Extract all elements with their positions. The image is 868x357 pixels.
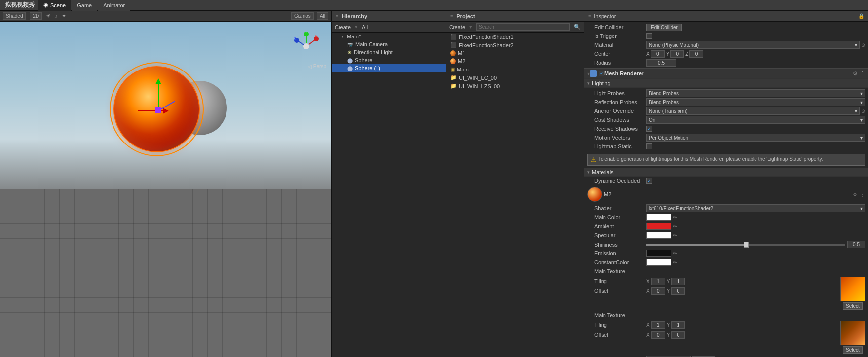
- ambient-edit-icon[interactable]: ✏: [673, 224, 677, 229]
- cs-dropdown-arrow: ▾: [860, 117, 863, 123]
- light-icon[interactable]: ☀: [46, 13, 51, 19]
- mesh-renderer-settings-icon[interactable]: ⚙: [853, 71, 858, 77]
- main-color-edit-icon[interactable]: ✏: [673, 215, 677, 220]
- material-dropdown[interactable]: None (Physic Material) ▾: [646, 41, 860, 49]
- offset-x1-input[interactable]: [651, 287, 665, 295]
- center-x-input[interactable]: [651, 50, 665, 58]
- hierarchy-panel: ≡ Hierarchy Create ▾ All ▾ Main* 📷 Main …: [332, 11, 446, 357]
- project-item-uiwin1[interactable]: 📁 UI_WIN_LC_00: [446, 73, 584, 82]
- cast-shadows-row: Cast Shadows On ▾: [587, 115, 865, 124]
- constant-color-row: ConstantColor ✏: [584, 258, 868, 267]
- project-item-shader2[interactable]: ⬛ FixedFunctionShader2: [446, 41, 584, 49]
- tab-scene[interactable]: ◉ Scene: [38, 0, 71, 11]
- specular-edit-icon[interactable]: ✏: [673, 233, 677, 238]
- anchor-override-row: Anchor Override None (Transform) ▾ ⊙: [587, 107, 865, 115]
- project-item-main[interactable]: ▣ Main: [446, 65, 584, 73]
- emission-swatch[interactable]: [646, 250, 671, 257]
- texture-select-btn-1[interactable]: Select: [843, 302, 863, 310]
- hierarchy-all-btn[interactable]: All: [362, 24, 368, 30]
- offset-y2-input[interactable]: [671, 331, 685, 339]
- hierarchy-item-dirlight[interactable]: ☀ Directional Light: [332, 48, 446, 56]
- shader2-icon: ⬛: [450, 42, 457, 48]
- dynamic-occluded-checkbox[interactable]: [646, 178, 652, 184]
- specular-swatch[interactable]: [646, 232, 671, 239]
- tiling-x1-input[interactable]: [651, 278, 665, 285]
- material-thumbnail: [587, 187, 602, 202]
- shader-dropdown[interactable]: lxt610/FixedFunctionShader2 ▾: [646, 204, 865, 212]
- tiling-y2-input[interactable]: [671, 321, 685, 329]
- offset-x2-input[interactable]: [651, 331, 665, 339]
- project-item-m2[interactable]: M2: [446, 57, 584, 65]
- project-item-m1[interactable]: M1: [446, 49, 584, 57]
- hierarchy-item-sphere1[interactable]: ⬤ Sphere (1): [332, 64, 446, 72]
- edit-collider-button[interactable]: Edit Collider: [646, 24, 682, 31]
- mesh-renderer-menu-icon[interactable]: ⋮: [860, 71, 865, 77]
- project-list: ⬛ FixedFunctionShader1 ⬛ FixedFunctionSh…: [446, 33, 584, 90]
- receive-shadows-checkbox[interactable]: [646, 126, 652, 132]
- main-color-swatch[interactable]: [646, 214, 671, 221]
- project-create-btn[interactable]: Create: [449, 24, 465, 30]
- lock-icon[interactable]: 🔒: [858, 13, 864, 19]
- tiling-x2-input[interactable]: [651, 321, 665, 329]
- project-header: ≡ Project: [446, 11, 584, 22]
- light-probes-dropdown[interactable]: Blend Probes ▾: [646, 89, 865, 97]
- lightmap-static-label: Lightmap Static: [587, 143, 646, 149]
- material-menu-icon[interactable]: ⋮: [860, 192, 865, 197]
- shininess-slider-track[interactable]: [646, 244, 845, 246]
- reflection-probes-dropdown[interactable]: Blend Probes ▾: [646, 98, 865, 106]
- render-queue-row: Render Queue From Shader ▾: [584, 355, 868, 357]
- center-y-input[interactable]: [670, 50, 684, 58]
- hierarchy-item-main[interactable]: ▾ Main*: [332, 33, 446, 40]
- shaded-dropdown[interactable]: Shaded: [3, 12, 26, 20]
- material-target-icon[interactable]: ⊙: [861, 42, 865, 48]
- project-item-uiwin2[interactable]: 📁 UI_WIN_LZS_00: [446, 82, 584, 90]
- lighting-section-header[interactable]: ▾ Lighting: [584, 79, 868, 88]
- audio-icon[interactable]: ♪: [55, 13, 58, 19]
- material-settings-icon[interactable]: ⚙: [853, 192, 857, 197]
- texture-thumb-block-2: Select: [840, 321, 865, 354]
- anchor-target-icon[interactable]: ⊙: [861, 108, 865, 114]
- texture-select-btn-2[interactable]: Select: [843, 346, 863, 354]
- tab-animator[interactable]: Animator: [98, 0, 130, 11]
- shininess-slider-thumb[interactable]: [744, 242, 749, 248]
- shader1-icon: ⬛: [450, 34, 457, 40]
- radius-input[interactable]: [646, 59, 676, 67]
- tab-game[interactable]: Game: [72, 0, 97, 11]
- scene-view[interactable]: X Y Z ◁ Persp: [0, 22, 331, 357]
- is-trigger-checkbox[interactable]: [646, 33, 652, 39]
- tiling-y1-input[interactable]: [671, 278, 685, 285]
- orientation-gizmo[interactable]: X Y Z: [292, 32, 321, 61]
- receive-shadows-row: Receive Shadows: [587, 124, 865, 133]
- texture-thumbnail-2[interactable]: [840, 321, 865, 345]
- constant-color-edit-icon[interactable]: ✏: [673, 260, 677, 265]
- hierarchy-create-btn[interactable]: Create: [335, 24, 351, 30]
- lightmap-static-checkbox[interactable]: [646, 143, 652, 149]
- offset-y1-input[interactable]: [671, 287, 685, 295]
- project-item-shader1[interactable]: ⬛ FixedFunctionShader1: [446, 33, 584, 41]
- mesh-renderer-enabled-checkbox[interactable]: [599, 71, 604, 76]
- all-dropdown[interactable]: All: [317, 12, 328, 20]
- project-search[interactable]: [476, 23, 570, 31]
- materials-section-header[interactable]: ▾ Materials: [584, 168, 868, 177]
- anchor-override-dropdown[interactable]: None (Transform) ▾: [646, 107, 860, 115]
- texture-thumbnail-1[interactable]: [840, 277, 865, 301]
- edit-collider-row: Edit Collider Edit Collider: [587, 23, 865, 32]
- gizmos-dropdown[interactable]: Gizmos: [291, 12, 314, 20]
- hierarchy-list: ▾ Main* 📷 Main Camera ☀ Directional Ligh…: [332, 33, 446, 72]
- cast-shadows-dropdown[interactable]: On ▾: [646, 116, 865, 124]
- constant-color-swatch[interactable]: [646, 259, 671, 266]
- 2d-button[interactable]: 2D: [30, 12, 42, 20]
- motion-vectors-dropdown[interactable]: Per Object Motion ▾: [646, 134, 865, 142]
- anchor-override-label: Anchor Override: [587, 108, 646, 114]
- inspector-title: Inspector: [594, 13, 616, 19]
- shininess-value[interactable]: [847, 241, 865, 248]
- light-icon: ☀: [347, 50, 352, 55]
- ambient-swatch[interactable]: [646, 223, 671, 230]
- hierarchy-item-sphere[interactable]: ⬤ Sphere: [332, 56, 446, 64]
- inspector-scroll[interactable]: Edit Collider Edit Collider Is Trigger M…: [584, 22, 868, 357]
- shininess-slider-fill: [646, 244, 746, 246]
- fx-icon[interactable]: ✦: [62, 13, 66, 19]
- center-z-input[interactable]: [689, 50, 703, 58]
- emission-edit-icon[interactable]: ✏: [673, 251, 677, 256]
- hierarchy-item-maincamera[interactable]: 📷 Main Camera: [332, 40, 446, 48]
